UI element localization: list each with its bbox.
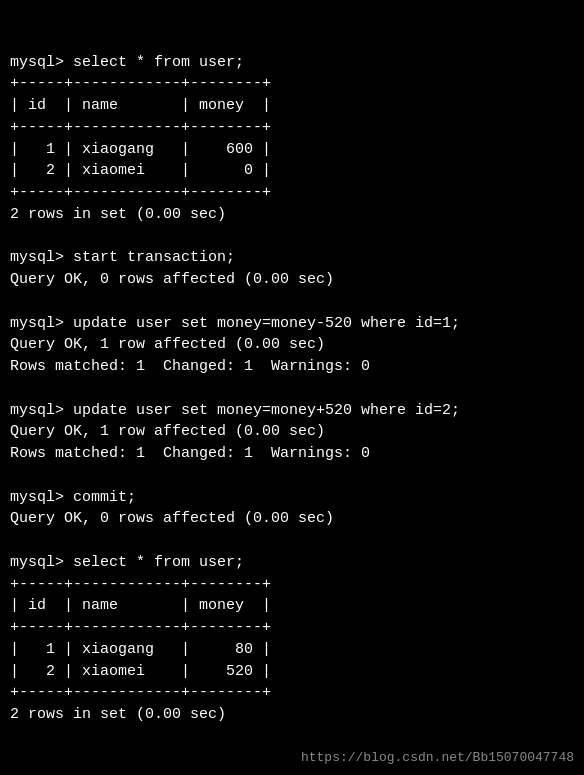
terminal-line: +-----+------------+--------+: [10, 182, 574, 204]
terminal-line: [10, 465, 574, 487]
terminal-line: mysql> commit;: [10, 487, 574, 509]
terminal-line: +-----+------------+--------+: [10, 574, 574, 596]
terminal-line: 2 rows in set (0.00 sec): [10, 704, 574, 726]
terminal-line: | 2 | xiaomei | 0 |: [10, 160, 574, 182]
terminal-line: mysql> start transaction;: [10, 247, 574, 269]
terminal-line: | id | name | money |: [10, 95, 574, 117]
terminal-line: Rows matched: 1 Changed: 1 Warnings: 0: [10, 356, 574, 378]
terminal-line: +-----+------------+--------+: [10, 682, 574, 704]
terminal-line: | 1 | xiaogang | 80 |: [10, 639, 574, 661]
terminal-line: Query OK, 1 row affected (0.00 sec): [10, 421, 574, 443]
terminal-line: +-----+------------+--------+: [10, 117, 574, 139]
terminal-line: [10, 378, 574, 400]
terminal-line: mysql> select * from user;: [10, 52, 574, 74]
terminal-line: | id | name | money |: [10, 595, 574, 617]
url-watermark: https://blog.csdn.net/Bb15070047748: [301, 750, 574, 765]
terminal-line: 2 rows in set (0.00 sec): [10, 204, 574, 226]
terminal-line: +-----+------------+--------+: [10, 617, 574, 639]
terminal-line: [10, 726, 574, 748]
terminal-line: Query OK, 0 rows affected (0.00 sec): [10, 508, 574, 530]
terminal-line: [10, 530, 574, 552]
terminal-line: Rows matched: 1 Changed: 1 Warnings: 0: [10, 443, 574, 465]
terminal-line: Query OK, 1 row affected (0.00 sec): [10, 334, 574, 356]
terminal-line: Query OK, 0 rows affected (0.00 sec): [10, 269, 574, 291]
terminal-line: | 1 | xiaogang | 600 |: [10, 139, 574, 161]
terminal-line: mysql> select * from user;: [10, 552, 574, 574]
terminal-line: +-----+------------+--------+: [10, 73, 574, 95]
terminal-line: mysql> update user set money=money-520 w…: [10, 313, 574, 335]
terminal-output: mysql> select * from user;+-----+-------…: [10, 8, 574, 775]
terminal-line: [10, 226, 574, 248]
terminal-line: mysql> update user set money=money+520 w…: [10, 400, 574, 422]
terminal-line: [10, 291, 574, 313]
terminal-line: | 2 | xiaomei | 520 |: [10, 661, 574, 683]
